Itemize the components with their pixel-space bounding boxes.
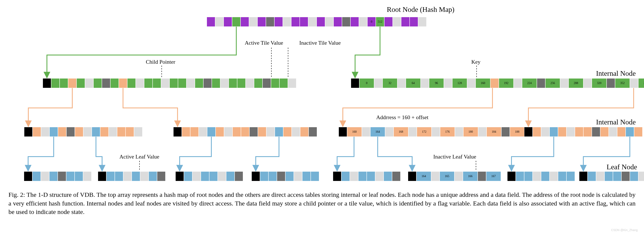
- cell: 64: [406, 78, 420, 88]
- cell: [266, 127, 275, 137]
- cell: 160: [347, 127, 362, 137]
- cell: [583, 127, 592, 137]
- cell: [575, 127, 583, 137]
- cell: [220, 78, 229, 88]
- cell: [362, 127, 370, 137]
- cell: [216, 127, 224, 137]
- cell: [232, 127, 241, 137]
- cell: [240, 17, 249, 27]
- cell: [123, 171, 132, 181]
- cell: [85, 78, 94, 88]
- cell: 168: [394, 127, 408, 137]
- internal2-c: 160164168172176180184188: [338, 127, 533, 137]
- cell: [176, 171, 184, 181]
- cell: [550, 127, 558, 137]
- cell: [532, 127, 541, 137]
- cell: [199, 127, 207, 137]
- cell: [182, 127, 190, 137]
- cell: 164: [370, 127, 385, 137]
- cell: [68, 78, 76, 88]
- cell: [638, 171, 644, 181]
- label-internal-1: Internal Node: [596, 69, 636, 77]
- cell: [532, 171, 541, 181]
- cell: [384, 17, 393, 27]
- cell: [292, 127, 300, 137]
- cell: [157, 171, 166, 181]
- ann-inactive-tile: Inactive Tile Value: [299, 40, 341, 46]
- cell: [75, 127, 83, 137]
- ann-key: Key: [471, 59, 480, 65]
- cell: [537, 78, 545, 88]
- cell: 512: [376, 17, 384, 27]
- cell: [74, 171, 83, 181]
- cell: [507, 171, 516, 181]
- cell: [634, 127, 642, 137]
- cell: 166: [463, 171, 478, 181]
- cell: [258, 17, 266, 27]
- cell: [333, 171, 341, 181]
- cell: [271, 78, 280, 88]
- cell: [106, 171, 115, 181]
- cell: [274, 17, 283, 27]
- cell: [212, 78, 220, 88]
- cell: [226, 171, 234, 181]
- cell: [260, 171, 268, 181]
- cell: [98, 171, 106, 181]
- cell: [397, 78, 406, 88]
- cell: [325, 17, 334, 27]
- cell: [237, 78, 246, 88]
- cell: [622, 171, 630, 181]
- cell: [126, 127, 134, 137]
- cell: 352: [615, 78, 630, 88]
- cell: [246, 78, 254, 88]
- cell: [408, 171, 416, 181]
- cell: [60, 78, 68, 88]
- cell: [32, 127, 41, 137]
- leaf-bar-4: [252, 171, 319, 181]
- cell: [161, 78, 170, 88]
- cell: [250, 127, 258, 137]
- cell: [254, 78, 262, 88]
- cell: [588, 171, 596, 181]
- cell: [294, 171, 302, 181]
- cell: [94, 78, 102, 88]
- cell: 128: [452, 78, 467, 88]
- cell: [41, 171, 49, 181]
- cell: [173, 127, 182, 137]
- label-leaf: Leaf Node: [606, 163, 637, 171]
- cell: [418, 17, 426, 27]
- cell: 288: [568, 78, 583, 88]
- cell: [558, 127, 566, 137]
- label-internal-2: Internal Node: [596, 118, 636, 126]
- cell: [341, 171, 350, 181]
- cell: [478, 171, 486, 181]
- cell: [262, 78, 271, 88]
- cell: [152, 78, 161, 88]
- cell: [358, 171, 367, 181]
- watermark: CSDN @Kin_Zhang: [611, 228, 638, 232]
- cell: [478, 127, 486, 137]
- cell: [218, 171, 226, 181]
- cell: [184, 171, 192, 181]
- cell: [283, 127, 292, 137]
- cell: 184: [486, 127, 501, 137]
- cell: [308, 127, 317, 137]
- cell: [209, 171, 218, 181]
- cell: [229, 78, 237, 88]
- cell: [115, 171, 123, 181]
- leaf-bar-wide: 164165166167: [408, 171, 501, 181]
- cell: [630, 78, 638, 88]
- cell: [258, 127, 266, 137]
- cell: [579, 171, 588, 181]
- cell: [316, 17, 325, 27]
- cell: [252, 171, 260, 181]
- leaf-bar-3: [176, 171, 243, 181]
- cell: [280, 78, 288, 88]
- cell: [127, 78, 136, 88]
- cell: [626, 127, 634, 137]
- root-bar: 0512: [207, 17, 426, 27]
- cell: [136, 78, 144, 88]
- cell: [592, 127, 600, 137]
- cell: [232, 17, 240, 27]
- cell: [24, 127, 32, 137]
